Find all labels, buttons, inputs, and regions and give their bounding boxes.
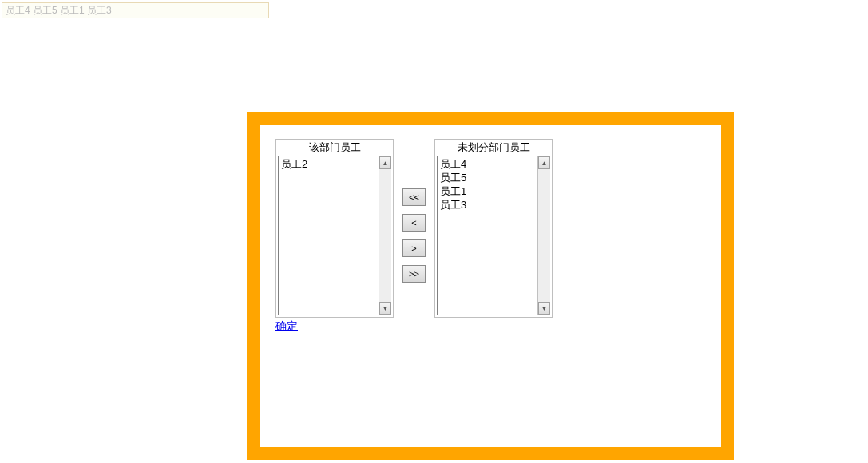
- left-list-box: 该部门员工 员工2 ▲ ▼: [275, 139, 394, 318]
- list-item[interactable]: 员工1: [440, 184, 535, 198]
- right-list-title: 未划分部门员工: [435, 140, 552, 156]
- left-list-content[interactable]: 员工2: [279, 156, 379, 315]
- move-left-button[interactable]: <: [402, 214, 426, 232]
- top-text-input[interactable]: [2, 2, 269, 18]
- scroll-track[interactable]: [379, 169, 391, 302]
- move-buttons-column: << < > >>: [394, 139, 434, 283]
- move-all-right-button[interactable]: >>: [402, 265, 426, 283]
- right-list-content[interactable]: 员工4 员工5 员工1 员工3: [438, 156, 537, 315]
- scroll-up-icon[interactable]: ▲: [379, 156, 391, 169]
- dual-list-panel: 该部门员工 员工2 ▲ ▼ << < > >> 未划分部门员工: [247, 112, 734, 460]
- right-scrollbar[interactable]: ▲ ▼: [537, 156, 550, 315]
- left-scrollbar[interactable]: ▲ ▼: [379, 156, 391, 315]
- list-item[interactable]: 员工4: [440, 157, 535, 171]
- list-item[interactable]: 员工5: [440, 171, 535, 184]
- right-list-box: 未划分部门员工 员工4 员工5 员工1 员工3 ▲ ▼: [434, 139, 553, 318]
- scroll-track[interactable]: [538, 169, 550, 302]
- left-list-body[interactable]: 员工2 ▲ ▼: [278, 156, 391, 315]
- list-item[interactable]: 员工3: [440, 198, 535, 212]
- scroll-down-icon[interactable]: ▼: [538, 302, 550, 315]
- scroll-up-icon[interactable]: ▲: [538, 156, 550, 169]
- dual-list-container: 该部门员工 员工2 ▲ ▼ << < > >> 未划分部门员工: [275, 139, 705, 318]
- move-right-button[interactable]: >: [402, 239, 426, 257]
- confirm-link[interactable]: 确定: [275, 319, 298, 334]
- right-list-body[interactable]: 员工4 员工5 员工1 员工3 ▲ ▼: [437, 156, 550, 315]
- list-item[interactable]: 员工2: [281, 157, 376, 171]
- left-list-title: 该部门员工: [276, 140, 393, 156]
- scroll-down-icon[interactable]: ▼: [379, 302, 391, 315]
- move-all-left-button[interactable]: <<: [402, 188, 426, 206]
